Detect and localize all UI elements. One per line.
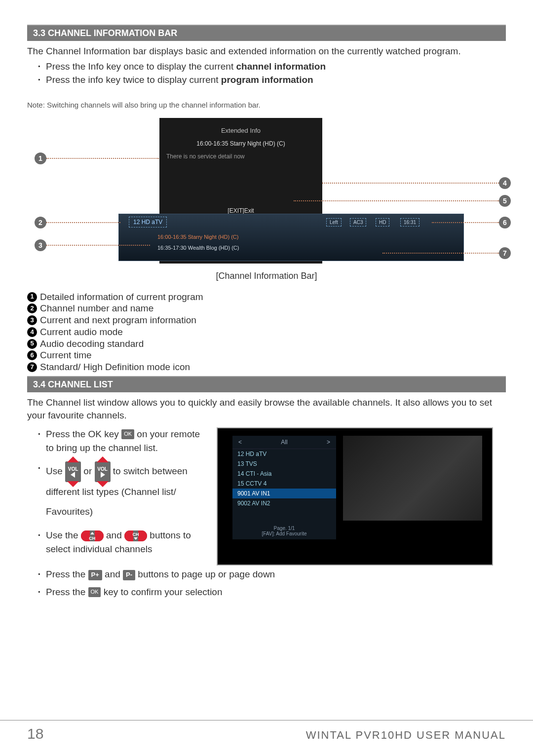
section-3-3-note: Note: Switching channels will also bring… xyxy=(27,101,506,109)
figure-channel-list: < All > 12 HD aTV 13 TVS 14 CTI - Asia 1… xyxy=(217,427,493,566)
list-item: 12 HD aTV xyxy=(232,449,336,459)
osd-tag-audio-codec: AC3 xyxy=(350,218,366,227)
ch-up-icon: CH xyxy=(81,530,104,541)
section-3-4-bullets-cont: Press the P+ and P- buttons to page up o… xyxy=(27,567,506,599)
manual-title: WINTAL PVR10HD USER MANUAL xyxy=(306,729,506,742)
legend-text-1: Detailed information of current program xyxy=(40,291,203,303)
text: Use the xyxy=(46,530,81,540)
leader-2 xyxy=(46,222,120,223)
callout-4: 4 xyxy=(499,177,511,189)
fav-hint: [FAV]: Add Favourite xyxy=(232,531,336,536)
text: key to confirm your selection xyxy=(104,587,223,597)
section-3-3-bullets: Press the Info key once to display the c… xyxy=(27,60,506,87)
channel-list-panel: < All > 12 HD aTV 13 TVS 14 CTI - Asia 1… xyxy=(232,436,336,539)
legend-text-4: Current audio mode xyxy=(40,326,123,338)
figure-caption: [Channel Information Bar] xyxy=(27,271,506,281)
ok-button-icon: OK xyxy=(88,587,101,597)
section-3-3-intro: The Channel Information bar displays bas… xyxy=(27,45,506,58)
bold: channel information xyxy=(236,61,326,72)
legend-row-7: 7Standard/ High Definition mode icon xyxy=(27,361,506,373)
legend-num-5: 5 xyxy=(27,339,37,349)
p-plus-icon: P+ xyxy=(88,570,102,580)
text: Press the info key twice to display curr… xyxy=(46,75,221,85)
bullet-info-once: Press the Info key once to display the c… xyxy=(38,60,506,74)
leader-1 xyxy=(46,158,159,159)
leader-3 xyxy=(46,245,150,246)
channel-list-footer: Page. 1/1 [FAV]: Add Favourite xyxy=(232,526,336,536)
callout-5: 5 xyxy=(499,195,511,207)
section-3-3-heading: 3.3 CHANNEL INFORMATION BAR xyxy=(27,25,506,41)
legend-text-5: Audio decoding standard xyxy=(40,338,144,350)
osd-tag-hd: HD xyxy=(376,218,389,227)
arrow-right-icon: > xyxy=(327,439,330,446)
legend-text-2: Channel number and name xyxy=(40,302,153,314)
text: Press the xyxy=(46,569,88,579)
legend-num-3: 3 xyxy=(27,315,37,325)
legend-num-2: 2 xyxy=(27,303,37,313)
list-item: 9002 AV IN2 xyxy=(232,498,336,508)
osd-exit: [EXIT]Exit xyxy=(159,163,322,219)
legend-num-7: 7 xyxy=(27,362,37,372)
text: Press the xyxy=(46,587,88,597)
leader-4 xyxy=(322,183,499,184)
section-3-4-bullets: Press the OK key OK on your remote to br… xyxy=(27,427,205,556)
callout-2: 2 xyxy=(35,217,46,228)
bold: program information xyxy=(221,75,313,85)
callout-6: 6 xyxy=(499,217,511,228)
channel-preview xyxy=(343,436,482,521)
section-3-4-heading: 3.4 CHANNEL LIST xyxy=(27,376,506,392)
osd-tag-audio-mode: Left xyxy=(326,218,342,227)
callout-legend: 1Detailed information of current program… xyxy=(27,291,506,373)
list-item: 15 CCTV 4 xyxy=(232,479,336,489)
page-indicator: Page. 1/1 xyxy=(232,526,336,531)
section-3-4-intro: The Channel list window allows you to qu… xyxy=(27,396,506,421)
text: or xyxy=(83,466,94,476)
legend-text-6: Current time xyxy=(40,349,92,361)
p-minus-icon: P- xyxy=(123,570,135,580)
legend-text-7: Standard/ High Definition mode icon xyxy=(40,361,190,373)
osd-line-1: 16:00-16:35 Starry Night (HD) (C) xyxy=(159,137,322,150)
legend-num-4: 4 xyxy=(27,327,37,337)
list-type-label: All xyxy=(281,439,287,446)
legend-row-4: 4Current audio mode xyxy=(27,326,506,338)
ch-down-icon: CH xyxy=(124,530,147,541)
callout-1: 1 xyxy=(35,152,46,164)
channel-list-header: < All > xyxy=(232,436,336,449)
ch-label: CH xyxy=(81,535,104,542)
text: and xyxy=(105,569,123,579)
bullet-use-vol: Use VOL or VOL to switch between differe… xyxy=(38,461,205,522)
osd-line-2: There is no service detail now xyxy=(159,150,322,163)
osd-next-program: 16:35-17:30 Wealth Blog (HD) (C) xyxy=(157,245,239,251)
bullet-press-ok: Press the OK key OK on your remote to br… xyxy=(38,427,205,454)
legend-row-6: 6Current time xyxy=(27,349,506,361)
text: Press the Info key once to display the c… xyxy=(46,61,236,72)
text: Use xyxy=(46,466,65,476)
text: Press the OK key xyxy=(46,429,121,439)
list-item: 13 TVS xyxy=(232,459,336,469)
vol-left-icon: VOL xyxy=(65,461,81,482)
ok-button-icon: OK xyxy=(121,429,134,439)
callout-7: 7 xyxy=(499,247,511,259)
page-footer: 18 WINTAL PVR10HD USER MANUAL xyxy=(0,720,533,742)
list-item-selected: 9001 AV IN1 xyxy=(232,489,336,498)
legend-num-1: 1 xyxy=(27,292,37,302)
legend-row-2: 2Channel number and name xyxy=(27,302,506,314)
bullet-page-buttons: Press the P+ and P- buttons to page up o… xyxy=(38,567,506,581)
osd-title: Extended Info xyxy=(159,118,322,137)
page-number: 18 xyxy=(27,725,43,742)
legend-text-3: Current and next program information xyxy=(40,314,196,326)
leader-7 xyxy=(382,253,499,254)
text: and xyxy=(106,530,124,540)
vol-right-icon: VOL xyxy=(95,461,111,482)
arrow-left-icon: < xyxy=(238,439,242,446)
leader-6 xyxy=(432,222,499,223)
list-item: 14 CTI - Asia xyxy=(232,469,336,479)
figure-channel-info-bar: Extended Info 16:00-16:35 Starry Night (… xyxy=(27,118,506,266)
legend-row-1: 1Detailed information of current program xyxy=(27,291,506,303)
legend-row-3: 3Current and next program information xyxy=(27,314,506,326)
callout-3: 3 xyxy=(35,239,46,251)
osd-current-program: 16:00-16:35 Starry Night (HD) (C) xyxy=(157,234,238,240)
bullet-use-ch: Use the CH and CH buttons to select indi… xyxy=(38,529,205,556)
leader-5 xyxy=(294,200,499,201)
page: 3.3 CHANNEL INFORMATION BAR The Channel … xyxy=(0,0,533,756)
